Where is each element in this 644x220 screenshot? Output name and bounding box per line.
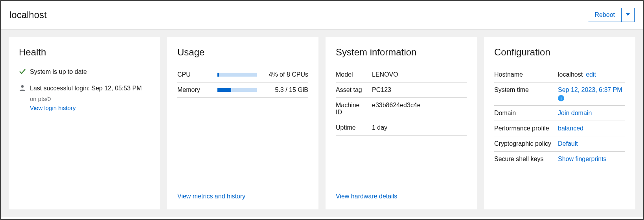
usage-title: Usage bbox=[177, 47, 308, 58]
ssh-fingerprints-link[interactable]: Show fingerprints bbox=[558, 156, 607, 162]
view-metrics-link[interactable]: View metrics and history bbox=[177, 193, 245, 200]
hostname-row: Hostname localhost edit bbox=[494, 67, 625, 82]
uptime-row: Uptime 1 day bbox=[336, 120, 467, 136]
health-uptodate-row: System is up to date bbox=[19, 67, 150, 77]
model-row: Model LENOVO bbox=[336, 67, 467, 82]
view-login-history-link[interactable]: View login history bbox=[30, 104, 75, 111]
hostname-value: localhost bbox=[558, 71, 583, 78]
user-icon bbox=[19, 84, 26, 93]
reboot-dropdown-toggle[interactable] bbox=[622, 8, 635, 22]
memory-bar bbox=[217, 88, 257, 92]
hostname-label: Hostname bbox=[494, 71, 553, 78]
last-login-sub: on pts/0 bbox=[30, 95, 142, 102]
usage-card: Usage CPU 4% of 8 CPUs Memory 5.3 / 15 G… bbox=[167, 37, 318, 209]
reboot-button-group: Reboot bbox=[588, 8, 635, 22]
perf-row: Performance profile balanced bbox=[494, 121, 625, 136]
uptime-label: Uptime bbox=[336, 124, 367, 131]
info-icon[interactable]: i bbox=[558, 95, 564, 101]
systime-link[interactable]: Sep 12, 2023, 6:37 PM bbox=[558, 86, 622, 93]
hostname-edit-link[interactable]: edit bbox=[586, 71, 596, 78]
health-title: Health bbox=[19, 47, 150, 58]
ssh-row: Secure shell keys Show fingerprints bbox=[494, 152, 625, 167]
health-login-row: Last successful login: Sep 12, 05:53 PM … bbox=[19, 84, 150, 112]
view-hardware-link[interactable]: View hardware details bbox=[336, 193, 397, 200]
svg-point-0 bbox=[21, 85, 24, 88]
model-value: LENOVO bbox=[372, 71, 467, 78]
systime-label: System time bbox=[494, 86, 553, 94]
ssh-label: Secure shell keys bbox=[494, 156, 553, 163]
uptime-value: 1 day bbox=[372, 124, 467, 131]
cpu-bar bbox=[217, 73, 257, 77]
domain-row: Domain Join domain bbox=[494, 106, 625, 121]
health-uptodate-text: System is up to date bbox=[30, 67, 87, 77]
crypto-policy-link[interactable]: Default bbox=[558, 140, 578, 147]
memory-label: Memory bbox=[177, 86, 213, 94]
sysinfo-card: System information Model LENOVO Asset ta… bbox=[326, 37, 477, 209]
machine-value: e33b8624ed3c4e bbox=[372, 102, 467, 116]
cpu-value: 4% of 8 CPUs bbox=[269, 71, 308, 78]
page-header: localhost Reboot bbox=[1, 1, 643, 29]
memory-value: 5.3 / 15 GiB bbox=[275, 86, 309, 94]
config-title: Configuration bbox=[494, 47, 625, 58]
perf-label: Performance profile bbox=[494, 125, 553, 132]
reboot-button[interactable]: Reboot bbox=[588, 8, 622, 22]
systime-row: System time Sep 12, 2023, 6:37 PM i bbox=[494, 82, 625, 106]
last-login-text: Last successful login: Sep 12, 05:53 PM bbox=[30, 84, 142, 93]
asset-label: Asset tag bbox=[336, 86, 367, 94]
page-title: localhost bbox=[9, 9, 47, 20]
config-card: Configuration Hostname localhost edit Sy… bbox=[484, 37, 635, 209]
sysinfo-title: System information bbox=[336, 47, 467, 58]
usage-cpu-row: CPU 4% of 8 CPUs bbox=[177, 67, 308, 82]
crypto-row: Cryptographic policy Default bbox=[494, 136, 625, 152]
usage-memory-row: Memory 5.3 / 15 GiB bbox=[177, 82, 308, 98]
content-area: Health System is up to date Last success… bbox=[1, 29, 643, 217]
perf-profile-link[interactable]: balanced bbox=[558, 125, 583, 132]
machine-label: Machine ID bbox=[336, 102, 367, 116]
join-domain-link[interactable]: Join domain bbox=[558, 110, 592, 116]
cpu-label: CPU bbox=[177, 71, 213, 78]
machine-row: Machine ID e33b8624ed3c4e bbox=[336, 98, 467, 120]
crypto-label: Cryptographic policy bbox=[494, 140, 553, 147]
model-label: Model bbox=[336, 71, 367, 78]
check-icon bbox=[19, 67, 26, 77]
caret-down-icon bbox=[626, 12, 630, 18]
asset-value: PC123 bbox=[372, 86, 467, 94]
health-card: Health System is up to date Last success… bbox=[9, 37, 160, 209]
domain-label: Domain bbox=[494, 110, 553, 117]
asset-row: Asset tag PC123 bbox=[336, 82, 467, 98]
